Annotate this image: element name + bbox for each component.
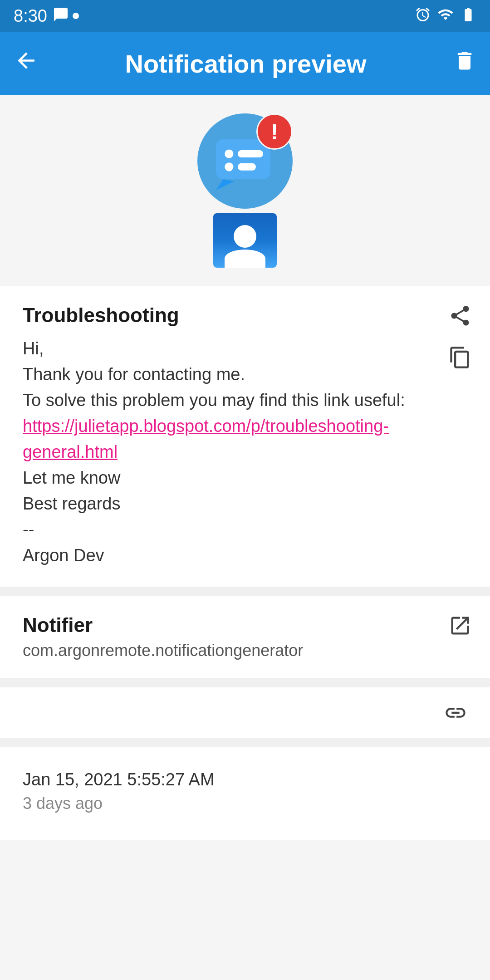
app-bar: Notification preview	[0, 32, 490, 95]
share-button[interactable]	[448, 304, 472, 328]
status-notification-icons	[53, 6, 79, 26]
body-line1: Hi,	[23, 339, 44, 358]
avatar-head	[234, 225, 256, 248]
status-dot	[73, 13, 79, 19]
alarm-icon	[415, 6, 431, 26]
avatar-body	[225, 250, 265, 268]
notification-icon	[53, 6, 69, 26]
link-section	[0, 687, 490, 738]
svg-rect-5	[238, 163, 256, 171]
status-bar: 8:30	[0, 0, 490, 32]
notification-body: Hi, Thank you for contacting me. To solv…	[23, 336, 467, 568]
notification-title: Troubleshooting	[23, 304, 467, 327]
body-line5: Best regards	[23, 494, 120, 513]
divider-1	[0, 587, 490, 596]
status-time: 8:30	[14, 6, 47, 26]
link-button[interactable]	[444, 701, 467, 725]
copy-button[interactable]	[448, 346, 472, 369]
svg-point-3	[225, 162, 233, 171]
timestamp: Jan 15, 2021 5:55:27 AM	[23, 770, 467, 789]
delete-button[interactable]	[453, 49, 476, 78]
user-avatar	[213, 213, 277, 268]
signal-icon	[437, 6, 454, 26]
action-icons	[448, 304, 472, 369]
timestamp-section: Jan 15, 2021 5:55:27 AM 3 days ago	[0, 747, 490, 840]
package-name: com.argonremote.notificationgenerator	[23, 641, 467, 660]
relative-time: 3 days ago	[23, 794, 467, 813]
body-line2: Thank you for contacting me.	[23, 365, 245, 384]
page-title: Notification preview	[39, 49, 453, 78]
open-in-new-button[interactable]	[448, 614, 472, 637]
app-info-section: Notifier com.argonremote.notificationgen…	[0, 596, 490, 678]
svg-rect-4	[238, 150, 263, 157]
svg-point-2	[225, 149, 233, 158]
body-line3: To solve this problem you may find this …	[23, 391, 405, 410]
status-bar-left: 8:30	[14, 6, 79, 26]
app-icon-container: !	[197, 113, 293, 209]
body-line4: Let me know	[23, 468, 120, 487]
notification-card: Troubleshooting Hi, Thank you for contac…	[0, 286, 490, 587]
app-name: Notifier	[23, 614, 467, 637]
divider-2	[0, 678, 490, 687]
alert-badge: !	[256, 113, 293, 150]
main-content: ! Troubleshooting Hi, Thank you for co	[0, 95, 490, 980]
battery-icon	[460, 6, 476, 26]
status-bar-right	[415, 6, 476, 26]
body-line6: --	[23, 520, 34, 539]
notification-link[interactable]: https://julietapp.blogspot.com/p/trouble…	[23, 416, 389, 461]
divider-3	[0, 738, 490, 747]
back-button[interactable]	[14, 48, 39, 79]
body-line7: Argon Dev	[23, 546, 104, 565]
